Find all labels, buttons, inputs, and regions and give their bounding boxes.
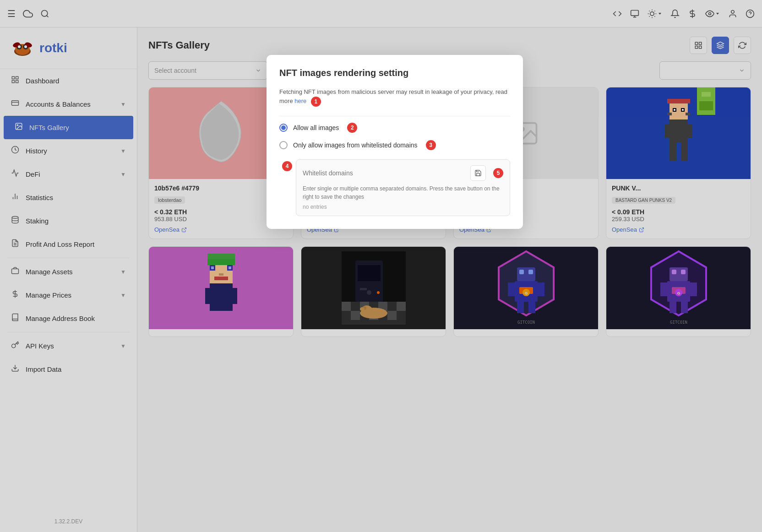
save-whitelist-button[interactable] (470, 165, 486, 181)
radio-allow-all-label: Allow all images (293, 124, 339, 131)
radio-whitelist-label: Only allow images from whitelisted domai… (293, 141, 418, 149)
nft-render-settings-modal: NFT images rendering setting Fetching NF… (267, 55, 523, 229)
radio-whitelist-only[interactable]: Only allow images from whitelisted domai… (279, 140, 510, 150)
no-entries-text: no entries (303, 204, 503, 210)
whitelist-section: 5 Enter single or multiple comma separat… (296, 159, 510, 216)
whitelist-hint: Enter single or multiple comma separated… (303, 185, 503, 201)
modal-description: Fetching NFT images from malicious serve… (279, 87, 510, 107)
radio-allow-all-circle (279, 124, 288, 132)
modal-overlay[interactable]: NFT images rendering setting Fetching NF… (0, 0, 762, 532)
modal-badge-3: 3 (426, 140, 436, 150)
modal-badge-4: 4 (282, 161, 292, 171)
whitelist-domains-input[interactable] (303, 169, 466, 177)
modal-badge-2: 2 (347, 123, 357, 133)
radio-allow-all[interactable]: Allow all images 2 (279, 123, 510, 133)
whitelist-input-row: 5 (303, 165, 503, 181)
modal-badge-1: 1 (311, 97, 321, 107)
modal-badge-5: 5 (493, 168, 503, 178)
radio-group: Allow all images 2 Only allow images fro… (279, 123, 510, 150)
modal-read-more-link[interactable]: here (294, 98, 306, 104)
modal-separator-1 (279, 116, 510, 116)
radio-whitelist-circle (279, 141, 288, 149)
modal-title: NFT images rendering setting (279, 68, 408, 78)
